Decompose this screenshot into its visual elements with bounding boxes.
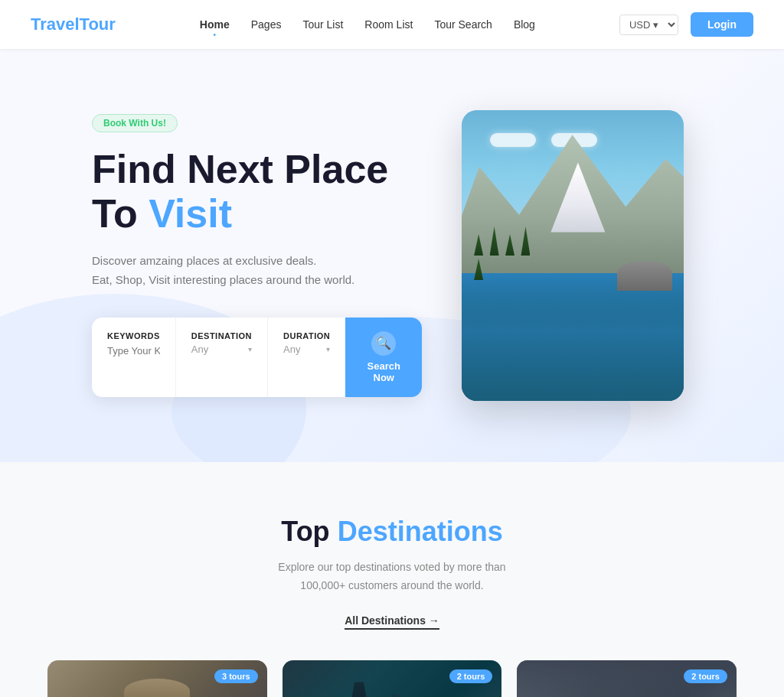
- nav-item-tour-list[interactable]: Tour List: [302, 18, 343, 31]
- destinations-subtitle: Explore our top destinations voted by mo…: [262, 559, 522, 595]
- destination-select-wrap: Any ▾: [191, 344, 252, 355]
- currency-dropdown[interactable]: USD ▾: [619, 15, 678, 35]
- destinations-grid: 3 tours Western Europe 2 tours South Afr…: [47, 660, 737, 697]
- destination-card-western-europe[interactable]: 3 tours Western Europe: [47, 660, 267, 697]
- chevron-down-icon-2: ▾: [326, 345, 330, 353]
- nav-item-blog[interactable]: Blog: [514, 18, 535, 31]
- hero-image: [462, 110, 684, 401]
- all-destinations-link[interactable]: All Destinations →: [345, 614, 439, 630]
- card-badge-1: 3 tours: [214, 669, 258, 683]
- navbar: TravelTour Home Pages Tour List Room Lis…: [0, 0, 784, 49]
- hero-section: Book With Us! Find Next Place To Visit D…: [0, 49, 784, 462]
- chevron-down-icon: ▾: [248, 345, 252, 353]
- hero-description: Discover amzaing places at exclusive dea…: [92, 251, 422, 290]
- card-badge-3: 2 tours: [684, 669, 727, 683]
- hero-content: Book With Us! Find Next Place To Visit D…: [92, 114, 422, 396]
- keywords-field: Keywords: [92, 318, 176, 397]
- search-icon: 🔍: [371, 331, 396, 356]
- destinations-title-highlight: Destinations: [338, 516, 503, 547]
- nav-links: Home Pages Tour List Room List Tour Sear…: [200, 18, 535, 31]
- destination-label: Destination: [191, 331, 252, 340]
- hero-image-wrap: [422, 110, 723, 401]
- logo-text1: Travel: [31, 15, 80, 34]
- nav-item-tour-search[interactable]: Tour Search: [434, 18, 492, 31]
- trees-element: [472, 226, 539, 285]
- hero-badge: Book With Us!: [92, 114, 178, 132]
- destinations-section: Top Destinations Explore our top destina…: [0, 462, 784, 697]
- logo-text2: Tour: [80, 15, 116, 34]
- duration-label: Duration: [283, 331, 330, 340]
- logo[interactable]: TravelTour: [31, 15, 116, 34]
- nav-item-pages[interactable]: Pages: [251, 18, 282, 31]
- hero-title: Find Next Place To Visit: [92, 148, 422, 235]
- login-button[interactable]: Login: [691, 12, 753, 37]
- destinations-title-plain: Top: [281, 516, 329, 547]
- nav-right: USD ▾ Login: [619, 12, 753, 37]
- destination-card-scandinavia[interactable]: 2 tours Scandinavia: [517, 660, 737, 697]
- nav-item-home[interactable]: Home: [200, 18, 230, 31]
- search-button-label: Search Now: [367, 360, 400, 383]
- destination-card-south-africa[interactable]: 2 tours South Africa: [283, 660, 502, 697]
- hero-desc-line2: Eat, Shop, Visit interesting places arou…: [92, 273, 354, 286]
- rocks-element: [617, 262, 673, 291]
- duration-field: Duration Any ▾: [268, 318, 345, 397]
- keywords-label: Keywords: [107, 331, 160, 340]
- hero-desc-line1: Discover amzaing places at exclusive dea…: [92, 254, 316, 267]
- hero-title-highlight: Visit: [149, 191, 232, 236]
- destinations-title: Top Destinations: [46, 516, 738, 548]
- duration-select-wrap: Any ▾: [283, 344, 330, 355]
- hero-image-scene: [462, 110, 684, 401]
- cloud-1: [490, 133, 536, 147]
- destination-select[interactable]: Any: [191, 344, 245, 355]
- card-badge-2: 2 tours: [449, 669, 493, 683]
- hero-title-line1: Find Next Place: [92, 147, 388, 191]
- duration-select[interactable]: Any: [283, 344, 323, 355]
- lake-reflection: [462, 285, 684, 401]
- nav-item-room-list[interactable]: Room List: [364, 18, 413, 31]
- destination-field: Destination Any ▾: [176, 318, 268, 397]
- search-button[interactable]: 🔍 Search Now: [345, 318, 422, 397]
- keywords-input[interactable]: [107, 345, 160, 357]
- hero-title-line2-plain: To: [92, 191, 138, 236]
- search-box: Keywords Destination Any ▾ Duration Any: [92, 318, 422, 397]
